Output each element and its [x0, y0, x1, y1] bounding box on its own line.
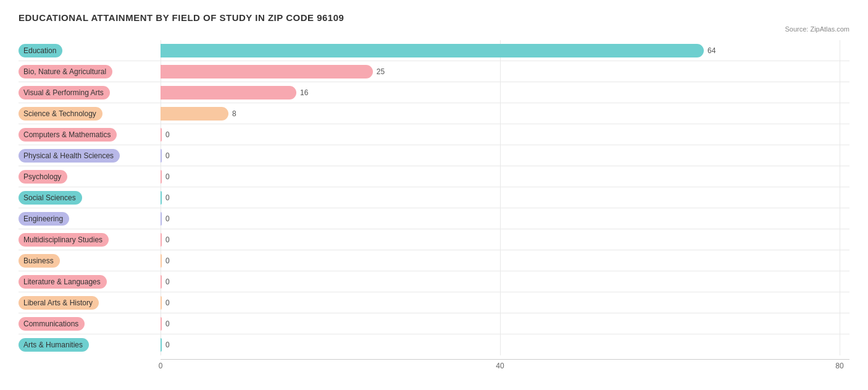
bar-label: Engineering [19, 208, 161, 229]
bar-label-text: Social Sciences [19, 191, 82, 205]
bar-container: 0 [161, 166, 849, 187]
bar-row: Visual & Performing Arts16 [19, 82, 849, 103]
bar-label-text: Liberal Arts & History [19, 296, 99, 310]
chart-title: EDUCATIONAL ATTAINMENT BY FIELD OF STUDY… [19, 12, 849, 23]
bar [161, 212, 162, 226]
source-line: Source: ZipAtlas.com [19, 25, 849, 33]
bar-value-label: 64 [707, 46, 716, 55]
bar-container: 0 [161, 292, 849, 313]
bar [161, 254, 162, 268]
bar-label: Bio, Nature & Agricultural [19, 61, 161, 82]
bar [161, 338, 162, 352]
bar-value-label: 0 [165, 235, 170, 244]
bar-value-label: 0 [165, 151, 170, 160]
bar-label-text: Multidisciplinary Studies [19, 233, 109, 247]
bar-row: Computers & Mathematics0 [19, 124, 849, 145]
bar-label: Physical & Health Sciences [19, 145, 161, 166]
bar-value-label: 0 [165, 256, 170, 265]
bar-value-label: 0 [165, 172, 170, 181]
bar-label-text: Visual & Performing Arts [19, 86, 110, 100]
bar-container: 25 [161, 61, 849, 82]
bar-value-label: 0 [165, 193, 170, 202]
bar [161, 86, 296, 100]
bar-value-label: 25 [377, 67, 385, 76]
bar-label: Social Sciences [19, 187, 161, 208]
bar-label: Business [19, 250, 161, 271]
bar-row: Business0 [19, 250, 849, 271]
bar-label: Visual & Performing Arts [19, 82, 161, 103]
bar-value-label: 0 [165, 278, 170, 286]
bar-value-label: 0 [165, 320, 170, 328]
x-tick-label: 0 [159, 362, 163, 370]
bar-value-label: 0 [165, 341, 170, 349]
bar-container: 0 [161, 187, 849, 208]
bar-row: Arts & Humanities0 [19, 334, 849, 355]
bar-container: 16 [161, 82, 849, 103]
bar [161, 107, 228, 121]
bar [161, 191, 162, 205]
bar-label-text: Arts & Humanities [19, 338, 89, 352]
bar-label: Computers & Mathematics [19, 124, 161, 145]
bar-label: Literature & Languages [19, 271, 161, 292]
bar-label-text: Education [19, 44, 62, 57]
bar-label-text: Bio, Nature & Agricultural [19, 65, 112, 78]
bar-container: 0 [161, 208, 849, 229]
bar-label: Education [19, 40, 161, 61]
bar-label-text: Business [19, 254, 60, 268]
bar-value-label: 8 [232, 109, 236, 118]
bar-value-label: 0 [165, 130, 170, 139]
bar-row: Social Sciences0 [19, 187, 849, 208]
bar-row: Bio, Nature & Agricultural25 [19, 61, 849, 82]
bar [161, 44, 704, 57]
bar-label-text: Communications [19, 317, 85, 331]
bar-row: Physical & Health Sciences0 [19, 145, 849, 166]
bar-container: 0 [161, 229, 849, 250]
bar-label: Science & Technology [19, 103, 161, 124]
bar [161, 275, 162, 289]
bar-container: 0 [161, 145, 849, 166]
x-tick-label: 80 [835, 362, 843, 370]
bar-label: Psychology [19, 166, 161, 187]
bar-container: 8 [161, 103, 849, 124]
bar-row: Liberal Arts & History0 [19, 292, 849, 313]
chart-area: Education64Bio, Nature & Agricultural25V… [19, 40, 849, 355]
bar [161, 317, 162, 331]
bar-label-text: Engineering [19, 212, 69, 226]
bar-label-text: Science & Technology [19, 107, 102, 121]
bar-value-label: 16 [300, 88, 308, 97]
bar-row: Science & Technology8 [19, 103, 849, 124]
bar-container: 0 [161, 124, 849, 145]
bar-label: Communications [19, 313, 161, 334]
bar-value-label: 0 [165, 214, 170, 223]
bar [161, 149, 162, 163]
bar-label-text: Psychology [19, 170, 67, 184]
bar [161, 296, 162, 310]
bar-row: Multidisciplinary Studies0 [19, 229, 849, 250]
bar-label-text: Physical & Health Sciences [19, 149, 120, 163]
bar-container: 64 [161, 40, 849, 61]
bar-value-label: 0 [165, 299, 170, 307]
bar-container: 0 [161, 313, 849, 334]
bar [161, 233, 162, 247]
bar-container: 0 [161, 250, 849, 271]
bar [161, 170, 162, 184]
bar-container: 0 [161, 271, 849, 292]
bar-label: Liberal Arts & History [19, 292, 161, 313]
bar-row: Communications0 [19, 313, 849, 334]
bar-row: Education64 [19, 40, 849, 61]
bar-label: Arts & Humanities [19, 334, 161, 355]
bar-row: Literature & Languages0 [19, 271, 849, 292]
bar-label-text: Literature & Languages [19, 275, 107, 289]
bar-row: Engineering0 [19, 208, 849, 229]
bar-label-text: Computers & Mathematics [19, 128, 117, 142]
bar-container: 0 [161, 334, 849, 355]
bar [161, 65, 373, 78]
x-tick-label: 40 [496, 362, 504, 370]
bar [161, 128, 162, 142]
bar-label: Multidisciplinary Studies [19, 229, 161, 250]
bar-row: Psychology0 [19, 166, 849, 187]
